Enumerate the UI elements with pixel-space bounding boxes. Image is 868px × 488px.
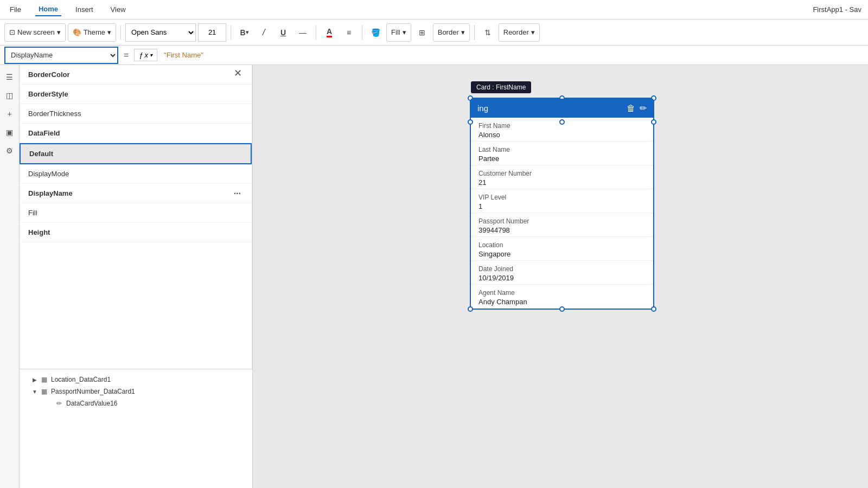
handle-header-mid[interactable]	[559, 119, 565, 125]
handle-bottom-left[interactable]	[468, 306, 473, 312]
delete-icon[interactable]: 🗑	[627, 104, 635, 113]
reorder-button[interactable]: Reorder ▾	[499, 23, 540, 42]
card-field-datejoined: Date Joined 10/19/2019	[471, 261, 653, 285]
fx-button[interactable]: ƒ x ▾	[134, 49, 157, 61]
tree-item-datacardvalue16[interactable]: ▶ ✏ DataCardValue16	[20, 397, 252, 409]
box-icon[interactable]: ▣	[2, 125, 17, 140]
italic-button[interactable]: /	[255, 24, 272, 41]
font-size-input[interactable]	[198, 23, 226, 42]
tree-icon-passport: ▦	[39, 388, 49, 395]
border-dropdown-icon: ▾	[461, 28, 465, 36]
underline-icon: U	[280, 28, 286, 37]
tree-arrow-location: ▶	[30, 377, 39, 383]
card-field-lastname: Last Name Partee	[471, 142, 653, 165]
fill-dropdown-icon: ▾	[403, 28, 406, 36]
menu-insert[interactable]: Insert	[72, 3, 97, 16]
prop-DataField-label: DataField	[28, 129, 60, 137]
align-button[interactable]: ≡	[340, 24, 358, 41]
toolbar-divider-5	[474, 25, 475, 40]
prop-BorderThickness-label: BorderThickness	[28, 110, 81, 118]
card-header-text: ing	[477, 104, 488, 113]
theme-button[interactable]: 🎨 Theme ▾	[68, 23, 116, 42]
theme-icon: 🎨	[73, 28, 81, 36]
tree-item-location[interactable]: ▶ ▦ Location_DataCard1	[20, 374, 252, 386]
tree-icon-location: ▦	[39, 376, 49, 383]
field-value-customernumber: 21	[478, 178, 646, 187]
prop-BorderStyle[interactable]: BorderStyle	[20, 85, 252, 104]
property-select[interactable]: DisplayName	[4, 47, 118, 64]
tree-arrow-passport: ▼	[30, 389, 39, 395]
prop-DisplayMode[interactable]: DisplayMode	[20, 164, 252, 184]
border-button[interactable]: Border ▾	[433, 23, 470, 42]
strikethrough-button[interactable]: —	[294, 24, 311, 41]
fx-label: x	[145, 51, 149, 59]
card-field-passportnumber: Passport Number 39944798	[471, 213, 653, 237]
toolbar: ⊡ New screen ▾ 🎨 Theme ▾ Open Sans B ▾ /…	[0, 20, 868, 46]
field-label-customernumber: Customer Number	[478, 170, 646, 177]
prop-Fill[interactable]: Fill	[20, 203, 252, 223]
field-value-firstname: Alonso	[478, 131, 646, 139]
card-container: Card : FirstName ing 🗑 ✏ First Name Alon…	[470, 98, 654, 310]
tree-label-location: Location_DataCard1	[51, 376, 111, 383]
formula-value: "First Name"	[161, 50, 207, 60]
new-screen-button[interactable]: ⊡ New screen ▾	[4, 23, 66, 42]
properties-list[interactable]: ✕ BorderColor BorderStyle BorderThicknes…	[20, 65, 252, 369]
field-value-passportnumber: 39944798	[478, 226, 646, 234]
reorder-dropdown-icon: ▾	[531, 28, 535, 36]
italic-icon: /	[263, 28, 265, 37]
handle-bottom-mid[interactable]	[559, 306, 565, 312]
edit-icon[interactable]: ✏	[640, 103, 647, 113]
tree-item-passport[interactable]: ▼ ▦ PassportNumber_DataCard1	[20, 386, 252, 397]
bold-button[interactable]: B ▾	[235, 24, 253, 41]
hamburger-icon[interactable]: ☰	[2, 69, 17, 85]
layers-icon[interactable]: ◫	[2, 88, 17, 103]
plus-icon[interactable]: +	[2, 106, 17, 121]
align-icon: ≡	[347, 28, 351, 37]
theme-dropdown-icon: ▾	[107, 28, 111, 36]
menu-home[interactable]: Home	[35, 3, 61, 16]
reorder-icon-btn[interactable]: ⇅	[479, 24, 496, 41]
field-label-passportnumber: Passport Number	[478, 217, 646, 225]
handle-header-right[interactable]	[651, 119, 656, 125]
prop-DisplayName[interactable]: DisplayName ···	[20, 184, 252, 203]
menu-view[interactable]: View	[107, 3, 129, 16]
font-select[interactable]: Open Sans	[125, 23, 196, 42]
prop-BorderThickness[interactable]: BorderThickness	[20, 104, 252, 124]
settings-icon[interactable]: ⚙	[2, 143, 17, 158]
field-value-location: Singapore	[478, 250, 646, 258]
prop-BorderColor-label: BorderColor	[28, 70, 70, 79]
tree-label-passport: PassportNumber_DataCard1	[51, 388, 135, 395]
card-header: ing 🗑 ✏	[471, 99, 653, 118]
field-label-lastname: Last Name	[478, 146, 646, 153]
formula-bar: DisplayName = ƒ x ▾ "First Name"	[0, 46, 868, 65]
prop-DisplayMode-label: DisplayMode	[28, 170, 69, 178]
menu-file[interactable]: File	[7, 3, 24, 16]
three-dots-icon[interactable]: ···	[234, 189, 241, 198]
toolbar-divider-2	[231, 25, 231, 40]
left-panel: ✕ BorderColor BorderStyle BorderThicknes…	[20, 65, 253, 488]
prop-DisplayName-label: DisplayName	[28, 189, 73, 197]
field-label-viplevel: VIP Level	[478, 194, 646, 201]
prop-DataField[interactable]: DataField	[20, 124, 252, 143]
handle-bottom-right[interactable]	[651, 306, 656, 312]
field-label-datejoined: Date Joined	[478, 265, 646, 273]
border-label: Border	[438, 28, 459, 36]
fill-button[interactable]: Fill ▾	[386, 23, 411, 42]
card-field-customernumber: Customer Number 21	[471, 165, 653, 189]
font-color-button[interactable]: A	[321, 24, 338, 41]
prop-BorderColor[interactable]: BorderColor	[20, 65, 252, 85]
equals-sign: =	[122, 50, 131, 60]
handle-header-left[interactable]	[468, 119, 473, 125]
new-screen-icon: ⊡	[9, 28, 15, 36]
font-color-icon: A	[327, 27, 332, 37]
field-label-agentname: Agent Name	[478, 289, 646, 297]
fill-color-button[interactable]: 🪣	[367, 24, 384, 41]
prop-Height[interactable]: Height	[20, 223, 252, 242]
underline-button[interactable]: U	[275, 24, 292, 41]
tree-icon-pencil: ✏	[54, 400, 64, 407]
field-value-lastname: Partee	[478, 155, 646, 163]
close-properties-button[interactable]: ✕	[233, 67, 243, 79]
prop-Default[interactable]: Default	[20, 143, 252, 164]
border-icon-btn[interactable]: ⊞	[413, 24, 431, 41]
field-value-datejoined: 10/19/2019	[478, 274, 646, 282]
